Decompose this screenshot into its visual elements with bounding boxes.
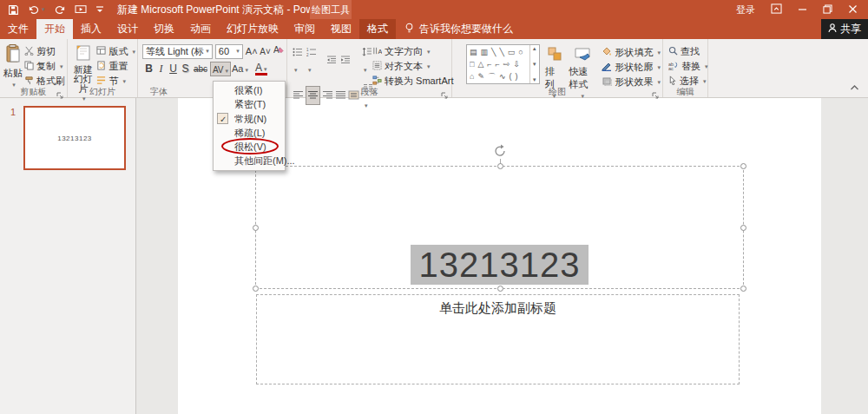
italic-button[interactable]: I	[155, 62, 167, 76]
share-label: 共享	[840, 22, 861, 36]
font-name-combobox[interactable]: 等线 Light (标	[142, 44, 213, 59]
align-text-button[interactable]: 对齐文本	[372, 60, 453, 73]
clipboard-dialog-launcher-icon[interactable]	[56, 88, 64, 95]
scroll-up-icon[interactable]: ▲	[532, 46, 537, 51]
menu-item-loose[interactable]: 稀疏(L)	[214, 126, 285, 140]
scissors-icon	[24, 46, 34, 57]
tab-review[interactable]: 审阅	[286, 19, 323, 39]
menu-item-normal[interactable]: 常规(N)	[214, 112, 285, 126]
reset-label: 重置	[108, 60, 128, 73]
shape-outline-button[interactable]: 形状轮廓	[602, 61, 661, 74]
tab-design[interactable]: 设计	[109, 19, 146, 39]
save-icon[interactable]	[8, 4, 19, 16]
change-case-button[interactable]: Aa	[232, 62, 248, 76]
menu-item-very-loose[interactable]: 很松(V)	[214, 140, 285, 154]
strikethrough-button[interactable]: abc	[192, 62, 209, 76]
underline-button[interactable]: U	[168, 62, 179, 76]
scroll-down-icon[interactable]: ▼	[532, 62, 537, 67]
text-shadow-button[interactable]: S	[180, 62, 191, 76]
menu-item-tight[interactable]: 紧密(T)	[214, 97, 285, 111]
minimize-icon[interactable]	[798, 4, 807, 16]
lightbulb-icon	[404, 23, 414, 36]
slide-thumbnail[interactable]: 13213123	[23, 106, 126, 170]
resize-handle-mid-left[interactable]	[253, 225, 259, 231]
tab-transitions[interactable]: 切换	[146, 19, 182, 39]
person-icon	[828, 23, 837, 36]
tab-slideshow[interactable]: 幻灯片放映	[219, 19, 286, 39]
tab-view[interactable]: 视图	[323, 19, 359, 39]
cut-button[interactable]: 剪切	[24, 45, 65, 58]
group-slides: 新建 幻灯片 版式 重置 节 幻灯片	[68, 39, 138, 97]
copy-button[interactable]: 复制	[24, 60, 65, 73]
character-spacing-menu: 很紧(I) 紧密(T) 常规(N) 稀疏(L) 很松(V) 其他间距(M)...	[213, 81, 286, 171]
restore-icon[interactable]	[823, 4, 832, 16]
slide-title-text[interactable]: 13213123	[411, 245, 589, 285]
paste-icon	[5, 44, 21, 65]
group-editing: 查找 abac 替换 选择 编辑	[663, 39, 708, 97]
numbering-icon[interactable]: 12	[306, 44, 317, 76]
cut-label: 剪切	[36, 45, 56, 58]
checkmark-icon	[217, 113, 228, 124]
paragraph-dialog-launcher-icon[interactable]	[441, 88, 449, 95]
shape-row[interactable]: □△⌐⌐⇨⇩	[470, 59, 527, 70]
resize-handle-top-right[interactable]	[740, 163, 746, 169]
undo-icon[interactable]	[28, 4, 45, 15]
bullets-icon[interactable]	[293, 44, 303, 76]
decrease-indent-icon[interactable]	[326, 52, 337, 68]
subtitle-placeholder[interactable]: 单击此处添加副标题	[256, 294, 740, 384]
arrange-icon	[547, 46, 562, 63]
text-direction-label: 文字方向	[385, 45, 423, 58]
find-button[interactable]: 查找	[668, 45, 706, 58]
reset-button[interactable]: 重置	[96, 60, 135, 73]
replace-button[interactable]: abac 替换	[668, 60, 706, 73]
redo-icon[interactable]	[54, 4, 66, 15]
tab-format[interactable]: 格式	[359, 19, 396, 39]
grow-font-icon[interactable]: A˄	[246, 44, 257, 59]
collapse-ribbon-icon[interactable]	[850, 79, 859, 95]
resize-handle-bottom-left[interactable]	[253, 286, 259, 292]
resize-handle-bottom-center[interactable]	[497, 286, 503, 292]
character-spacing-button[interactable]: AV	[210, 62, 231, 76]
layout-icon	[96, 46, 106, 57]
find-label: 查找	[681, 45, 700, 58]
layout-button[interactable]: 版式	[96, 45, 135, 58]
font-size-combobox[interactable]: 60	[215, 44, 243, 59]
shape-gallery[interactable]: ▤▥╲╲▭○ □△⌐⌐⇨⇩ ⌂✎⌒∿() ▲ ▼ ▼	[466, 44, 540, 84]
clear-formatting-icon[interactable]: A	[273, 43, 285, 59]
drawing-dialog-launcher-icon[interactable]	[652, 88, 660, 95]
menu-item-more-spacing[interactable]: 其他间距(M)...	[214, 154, 285, 168]
shape-row[interactable]: ⌂✎⌒∿()	[470, 71, 527, 82]
menu-item-very-tight[interactable]: 很紧(I)	[214, 83, 285, 97]
resize-handle-mid-right[interactable]	[740, 225, 746, 231]
sign-in-link[interactable]: 登录	[736, 3, 755, 16]
font-color-button[interactable]: A	[255, 62, 267, 76]
shape-row[interactable]: ▤▥╲╲▭○	[470, 47, 527, 58]
tab-animations[interactable]: 动画	[182, 19, 219, 39]
line-spacing-icon[interactable]	[362, 44, 372, 76]
tell-me-box[interactable]: 告诉我你想要做什么	[404, 19, 513, 39]
shrink-font-icon[interactable]: A˅	[260, 44, 271, 59]
title-placeholder[interactable]: 13213123	[255, 166, 744, 289]
ribbon-tab-row: 文件 开始 插入 设计 切换 动画 幻灯片放映 审阅 视图 格式 告诉我你想要做…	[0, 19, 868, 39]
gallery-more-icon[interactable]: ▼	[532, 77, 537, 82]
shape-outline-label: 形状轮廓	[615, 61, 653, 74]
tab-file[interactable]: 文件	[0, 19, 36, 39]
bold-button[interactable]: B	[143, 62, 155, 76]
start-slideshow-icon[interactable]	[75, 4, 87, 15]
paste-button[interactable]: 粘贴	[2, 43, 24, 89]
resize-handle-bottom-right[interactable]	[740, 286, 746, 292]
shape-gallery-scrollbar[interactable]: ▲ ▼ ▼	[529, 45, 539, 83]
reset-icon	[96, 61, 106, 72]
svg-text:2: 2	[306, 53, 309, 57]
resize-handle-top-center[interactable]	[497, 163, 503, 169]
ribbon-display-options-icon[interactable]	[771, 3, 782, 16]
customize-qat-icon[interactable]	[95, 5, 104, 14]
text-direction-button[interactable]: A 文字方向	[372, 45, 453, 58]
shape-fill-button[interactable]: 形状填充	[602, 46, 661, 59]
close-icon[interactable]	[848, 4, 858, 16]
tab-insert[interactable]: 插入	[73, 19, 109, 39]
drawing-tools-contextual-tab[interactable]: 绘图工具	[310, 0, 352, 19]
share-button[interactable]: 共享	[821, 19, 868, 39]
tab-home[interactable]: 开始	[36, 19, 73, 39]
increase-indent-icon[interactable]	[340, 52, 351, 68]
